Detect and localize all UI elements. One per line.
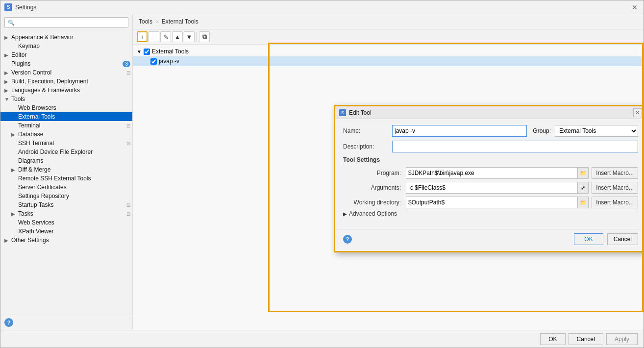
arguments-expand-button[interactable]: ⤢ <box>577 182 588 193</box>
sidebar-item-android[interactable]: Android Device File Explorer <box>0 148 132 156</box>
close-button[interactable]: ✕ <box>630 2 640 12</box>
sidebar-item-plugins[interactable]: Plugins 3 <box>0 59 132 68</box>
sidebar-item-terminal[interactable]: Terminal ⊡ <box>0 121 132 130</box>
program-browse-button[interactable]: 📁 <box>577 168 588 178</box>
sidebar-item-label: Keymap <box>18 43 130 50</box>
move-down-button[interactable]: ▼ <box>184 31 195 42</box>
advanced-options-row[interactable]: ▶ Advanced Options <box>343 208 638 219</box>
sidebar-item-keymap[interactable]: Keymap <box>0 42 132 50</box>
sidebar-item-label: External Tools <box>18 113 130 120</box>
program-insert-macro-button[interactable]: Insert Macro... <box>592 167 638 179</box>
sidebar-item-appearance[interactable]: ▶ Appearance & Behavior <box>0 33 132 42</box>
working-dir-input-container: 📁 <box>406 197 589 208</box>
working-dir-label: Working directory: <box>349 199 403 206</box>
program-label: Program: <box>349 170 403 176</box>
name-row: Name: Group: External Tools <box>343 125 638 137</box>
sidebar-item-xpath[interactable]: XPath Viewer <box>0 227 132 236</box>
main-ok-button[interactable]: OK <box>540 333 565 345</box>
group-label: External Tools <box>152 48 189 55</box>
sidebar: 🔍 ▶ Appearance & Behavior Keymap ▶ Edito… <box>0 14 133 330</box>
help-button[interactable]: ? <box>4 318 13 327</box>
sidebar-item-remote-ssh[interactable]: Remote SSH External Tools <box>0 174 132 183</box>
expand-icon: ▶ <box>4 238 11 243</box>
description-input[interactable] <box>392 141 638 152</box>
sidebar-item-languages[interactable]: ▶ Languages & Frameworks <box>0 86 132 95</box>
breadcrumb: Tools › External Tools <box>133 14 644 29</box>
sidebar-tree: ▶ Appearance & Behavior Keymap ▶ Editor … <box>0 31 132 315</box>
sidebar-item-label: Terminal <box>18 122 124 129</box>
sidebar-item-other-settings[interactable]: ▶ Other Settings <box>0 236 132 245</box>
sidebar-item-tasks[interactable]: ▶ Tasks ⊡ <box>0 209 132 218</box>
titlebar: S Settings ✕ <box>0 0 644 14</box>
breadcrumb-current: External Tools <box>162 18 198 25</box>
edit-tool-button[interactable]: ✎ <box>160 31 171 42</box>
tools-group-row[interactable]: ▼ External Tools <box>133 47 644 56</box>
dialog-help-button[interactable]: ? <box>343 235 352 244</box>
sidebar-item-server-certs[interactable]: Server Certificates <box>0 183 132 192</box>
arguments-input-container: ⤢ <box>406 182 589 194</box>
settings-window: S Settings ✕ 🔍 ▶ Appearance & Behavior K… <box>0 0 644 348</box>
vcs-icon: ⊡ <box>126 70 130 75</box>
sidebar-item-diagrams[interactable]: Diagrams <box>0 156 132 165</box>
sidebar-item-web-browsers[interactable]: Web Browsers <box>0 103 132 112</box>
program-input[interactable] <box>406 168 577 178</box>
working-dir-insert-macro-button[interactable]: Insert Macro... <box>592 197 638 208</box>
working-dir-browse-button[interactable]: 📁 <box>577 197 588 208</box>
sidebar-item-label: Android Device File Explorer <box>18 149 130 155</box>
name-label: Name: <box>343 127 392 134</box>
add-tool-button[interactable]: + <box>137 31 148 42</box>
copy-button[interactable]: ⧉ <box>199 31 210 42</box>
sidebar-item-label: Editor <box>11 51 130 58</box>
sidebar-item-label: Settings Repository <box>18 193 130 199</box>
expand-icon: ▶ <box>11 211 18 217</box>
search-box[interactable]: 🔍 <box>4 17 128 28</box>
sidebar-item-diff-merge[interactable]: ▶ Diff & Merge <box>0 165 132 174</box>
search-icon: 🔍 <box>8 20 15 26</box>
tool-settings-title: Tool Settings <box>343 156 638 163</box>
sidebar-item-label: Build, Execution, Deployment <box>11 78 130 85</box>
arguments-insert-macro-button[interactable]: Insert Macro... <box>592 182 638 194</box>
sidebar-item-label: Startup Tasks <box>18 201 124 208</box>
dialog-title: Edit Tool <box>349 109 633 116</box>
sidebar-item-label: Appearance & Behavior <box>11 34 130 41</box>
remove-tool-button[interactable]: − <box>149 31 159 42</box>
dialog-body: Name: Group: External Tools Description: <box>335 119 644 225</box>
sidebar-item-startup-tasks[interactable]: Startup Tasks ⊡ <box>0 200 132 209</box>
main-apply-button[interactable]: Apply <box>606 333 638 345</box>
expand-icon: ▶ <box>4 35 11 40</box>
sidebar-item-version-control[interactable]: ▶ Version Control ⊡ <box>0 68 132 77</box>
right-panel: Tools › External Tools + − ✎ ▲ ▼ ⧉ ▼ Ext… <box>133 14 644 330</box>
group-checkbox[interactable] <box>144 49 150 55</box>
sidebar-item-database[interactable]: ▶ Database <box>0 130 132 139</box>
dialog-close-button[interactable]: ✕ <box>633 108 642 117</box>
move-up-button[interactable]: ▲ <box>172 31 183 42</box>
sidebar-item-tools[interactable]: ▼ Tools <box>0 95 132 103</box>
tool-item-row[interactable]: javap -v <box>133 56 644 66</box>
group-select[interactable]: External Tools <box>555 125 638 137</box>
sidebar-item-settings-repo[interactable]: Settings Repository <box>0 192 132 200</box>
cancel-button[interactable]: Cancel <box>607 233 638 245</box>
sidebar-item-build[interactable]: ▶ Build, Execution, Deployment <box>0 77 132 86</box>
arguments-input[interactable] <box>406 182 577 193</box>
item-checkbox[interactable] <box>150 58 157 65</box>
ok-button[interactable]: OK <box>574 233 603 245</box>
sidebar-item-label: Remote SSH External Tools <box>18 175 130 182</box>
name-input[interactable] <box>392 125 527 137</box>
sidebar-item-editor[interactable]: ▶ Editor <box>0 50 132 59</box>
sidebar-item-web-services[interactable]: Web Services <box>0 218 132 227</box>
dialog-footer: ? OK Cancel <box>335 229 644 251</box>
sidebar-item-label: SSH Terminal <box>18 140 124 147</box>
expand-icon: ▶ <box>4 70 11 75</box>
toolbar-separator <box>197 32 197 41</box>
sidebar-item-ssh-terminal[interactable]: SSH Terminal ⊡ <box>0 139 132 148</box>
sidebar-item-external-tools[interactable]: External Tools <box>0 112 132 121</box>
breadcrumb-parent: Tools <box>139 18 152 25</box>
arguments-label: Arguments: <box>349 184 403 191</box>
search-input[interactable] <box>17 19 125 26</box>
sidebar-item-label: Diff & Merge <box>18 166 130 173</box>
main-cancel-button[interactable]: Cancel <box>569 333 603 345</box>
expand-icon: ▶ <box>11 132 18 137</box>
tasks-icon: ⊡ <box>126 211 130 217</box>
working-dir-input[interactable] <box>406 197 577 208</box>
tool-settings-grid: Program: 📁 Insert Macro... Arguments: ⤢ <box>349 167 638 208</box>
